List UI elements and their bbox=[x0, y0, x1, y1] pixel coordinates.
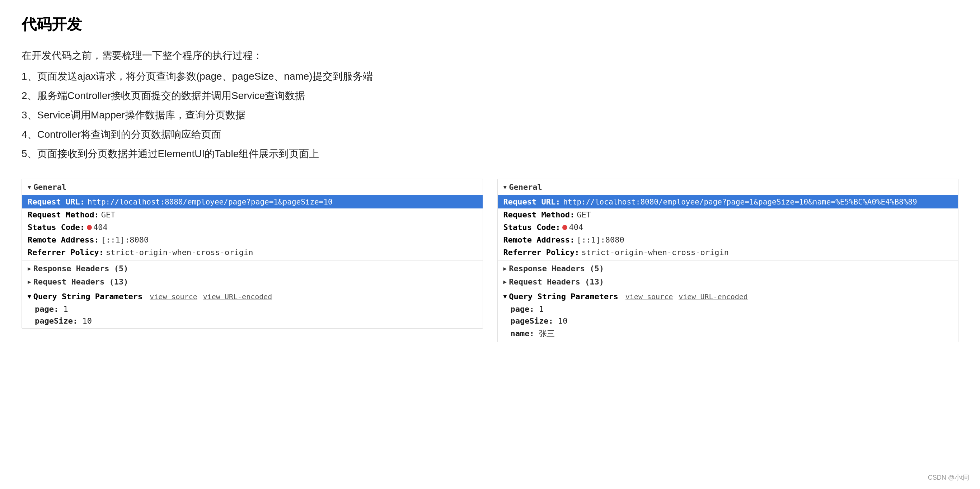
left-request-method-label: Request Method: bbox=[28, 210, 99, 219]
left-param-page-value: 1 bbox=[63, 305, 68, 314]
left-referrer-policy-value: strict-origin-when-cross-origin bbox=[106, 248, 253, 257]
left-status-code-label: Status Code: bbox=[28, 223, 85, 232]
right-request-headers-label: Request Headers (13) bbox=[509, 277, 604, 286]
left-status-code-value: 404 bbox=[93, 223, 108, 232]
right-request-method-label: Request Method: bbox=[503, 210, 575, 219]
left-request-tri: ▶ bbox=[28, 278, 31, 285]
step-5: 5、页面接收到分页数据并通过ElementUI的Table组件展示到页面上 bbox=[22, 147, 958, 161]
left-query-label: Query String Parameters bbox=[33, 292, 143, 301]
right-request-method-value: GET bbox=[577, 210, 591, 219]
left-referrer-policy-label: Referrer Policy: bbox=[28, 248, 104, 257]
left-request-method-value: GET bbox=[101, 210, 116, 219]
left-remote-address-row: Remote Address: [::1]:8080 bbox=[22, 233, 483, 246]
left-response-tri: ▶ bbox=[28, 265, 31, 272]
step-4: 4、Controller将查询到的分页数据响应给页面 bbox=[22, 128, 958, 141]
left-status-code-row: Status Code: 404 bbox=[22, 221, 483, 233]
left-general-label: General bbox=[33, 183, 67, 192]
page-title: 代码开发 bbox=[22, 14, 958, 35]
right-param-page-value: 1 bbox=[539, 305, 544, 314]
left-response-headers-label: Response Headers (5) bbox=[33, 264, 129, 273]
right-general-triangle: ▼ bbox=[503, 184, 507, 191]
left-status-dot bbox=[87, 225, 92, 230]
left-request-method-row: Request Method: GET bbox=[22, 208, 483, 221]
steps-list: 1、页面发送ajax请求，将分页查询参数(page、pageSize、name)… bbox=[22, 70, 958, 161]
right-response-tri: ▶ bbox=[503, 265, 507, 272]
right-param-pagesize-key: pageSize: bbox=[511, 316, 553, 325]
left-panel: ▼ General Request URL: http://localhost:… bbox=[22, 179, 483, 329]
right-remote-address-value: [::1]:8080 bbox=[577, 235, 624, 244]
left-request-headers-label: Request Headers (13) bbox=[33, 277, 129, 286]
right-param-pagesize-value: 10 bbox=[558, 316, 568, 325]
left-view-url-encoded[interactable]: view URL-encoded bbox=[203, 292, 272, 301]
right-param-name-key: name: bbox=[511, 329, 534, 338]
right-referrer-policy-value: strict-origin-when-cross-origin bbox=[581, 248, 729, 257]
right-panel: ▼ General Request URL: http://localhost:… bbox=[497, 179, 959, 342]
left-param-pagesize-key: pageSize: bbox=[35, 316, 78, 325]
left-response-headers[interactable]: ▶ Response Headers (5) bbox=[22, 262, 483, 275]
left-param-pagesize: pageSize: 10 bbox=[22, 315, 483, 327]
right-status-dot bbox=[562, 225, 567, 230]
right-param-name: name: 张三 bbox=[498, 327, 958, 340]
left-param-page: page: 1 bbox=[22, 303, 483, 315]
right-remote-address-row: Remote Address: [::1]:8080 bbox=[498, 233, 958, 246]
right-query-section: ▼ Query String Parameters view source vi… bbox=[498, 289, 958, 342]
left-general-triangle: ▼ bbox=[28, 184, 31, 191]
right-query-label: Query String Parameters bbox=[509, 292, 618, 301]
left-query-header: ▼ Query String Parameters view source vi… bbox=[22, 290, 483, 303]
right-view-url-encoded[interactable]: view URL-encoded bbox=[679, 292, 748, 301]
left-query-section: ▼ Query String Parameters view source vi… bbox=[22, 289, 483, 328]
left-request-url-label: Request URL: bbox=[28, 197, 85, 206]
left-remote-address-value: [::1]:8080 bbox=[101, 235, 149, 244]
step-1: 1、页面发送ajax请求，将分页查询参数(page、pageSize、name)… bbox=[22, 70, 958, 83]
right-status-code-value: 404 bbox=[569, 223, 583, 232]
left-referrer-policy-row: Referrer Policy: strict-origin-when-cros… bbox=[22, 246, 483, 259]
right-view-source[interactable]: view source bbox=[625, 292, 673, 301]
right-general-label: General bbox=[509, 183, 542, 192]
right-param-name-value: 张三 bbox=[539, 329, 555, 338]
right-query-header: ▼ Query String Parameters view source vi… bbox=[498, 290, 958, 303]
right-param-page: page: 1 bbox=[498, 303, 958, 315]
left-param-page-key: page: bbox=[35, 305, 59, 314]
intro-text: 在开发代码之前，需要梳理一下整个程序的执行过程： bbox=[22, 49, 958, 62]
left-remote-address-label: Remote Address: bbox=[28, 235, 99, 244]
left-request-headers[interactable]: ▶ Request Headers (13) bbox=[22, 275, 483, 289]
step-2: 2、服务端Controller接收页面提交的数据并调用Service查询数据 bbox=[22, 89, 958, 103]
left-param-pagesize-value: 10 bbox=[82, 316, 92, 325]
right-status-code-label: Status Code: bbox=[503, 223, 560, 232]
right-response-headers-label: Response Headers (5) bbox=[509, 264, 604, 273]
step-3: 3、Service调用Mapper操作数据库，查询分页数据 bbox=[22, 108, 958, 122]
right-param-pagesize: pageSize: 10 bbox=[498, 315, 958, 327]
right-referrer-policy-label: Referrer Policy: bbox=[503, 248, 579, 257]
left-request-url-value: http://localhost:8080/employee/page?page… bbox=[88, 198, 332, 206]
right-request-tri: ▶ bbox=[503, 278, 507, 285]
panels-container: ▼ General Request URL: http://localhost:… bbox=[22, 179, 958, 342]
right-request-url-row: Request URL: http://localhost:8080/emplo… bbox=[498, 195, 958, 208]
left-request-url-row: Request URL: http://localhost:8080/emplo… bbox=[22, 195, 483, 208]
left-query-tri: ▼ bbox=[28, 293, 31, 300]
right-query-tri: ▼ bbox=[503, 293, 507, 300]
right-request-headers[interactable]: ▶ Request Headers (13) bbox=[498, 275, 958, 289]
right-param-page-key: page: bbox=[511, 305, 534, 314]
right-general-header[interactable]: ▼ General bbox=[498, 179, 958, 195]
right-request-url-value: http://localhost:8080/employee/page?page… bbox=[563, 198, 917, 206]
left-general-header[interactable]: ▼ General bbox=[22, 179, 483, 195]
right-status-code-row: Status Code: 404 bbox=[498, 221, 958, 233]
right-remote-address-label: Remote Address: bbox=[503, 235, 575, 244]
right-request-url-label: Request URL: bbox=[503, 197, 560, 206]
left-view-source[interactable]: view source bbox=[150, 292, 197, 301]
right-referrer-policy-row: Referrer Policy: strict-origin-when-cros… bbox=[498, 246, 958, 259]
right-response-headers[interactable]: ▶ Response Headers (5) bbox=[498, 262, 958, 275]
right-request-method-row: Request Method: GET bbox=[498, 208, 958, 221]
